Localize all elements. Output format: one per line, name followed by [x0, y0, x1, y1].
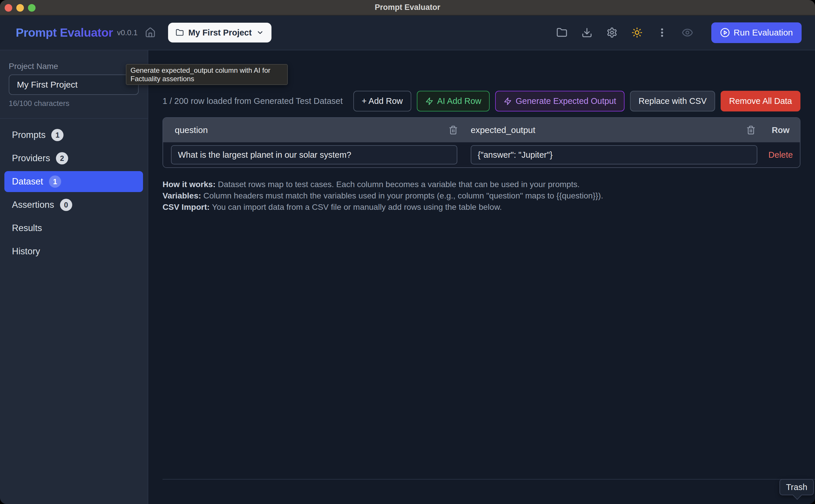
- add-row-button[interactable]: + Add Row: [353, 91, 411, 111]
- app-window: Prompt Evaluator Prompt Evaluator v0.0.1…: [0, 0, 815, 504]
- kebab-menu-icon: [657, 27, 668, 38]
- ai-add-row-label: AI Add Row: [437, 96, 481, 106]
- trash-tooltip-text: Trash: [786, 482, 807, 492]
- question-cell: [163, 145, 464, 164]
- toolbar-buttons: + Add Row AI Add Row Generate Expected O…: [353, 91, 800, 111]
- titlebar: Prompt Evaluator: [0, 0, 815, 15]
- sun-icon: [632, 27, 643, 38]
- info-text: Column headers must match the variables …: [203, 191, 603, 200]
- trash-icon: [746, 125, 756, 135]
- trash-icon: [449, 125, 458, 135]
- column-title: expected_output: [471, 125, 535, 135]
- project-selector-label: My First Project: [188, 28, 252, 38]
- maximize-button[interactable]: [28, 4, 36, 12]
- sidebar-item-dataset[interactable]: Dataset 1: [4, 171, 143, 192]
- import-button[interactable]: [581, 27, 592, 38]
- info-line-csv-import: CSV Import:You can import data from a CS…: [162, 201, 800, 213]
- sidebar-item-results[interactable]: Results: [4, 218, 143, 239]
- generate-tooltip-text: Generate expected_output column with AI …: [130, 66, 270, 83]
- count-badge: 1: [49, 175, 61, 188]
- sidebar-nav: Prompts 1 Providers 2 Dataset 1 Assertio…: [0, 119, 148, 262]
- run-evaluation-button[interactable]: Run Evaluation: [711, 22, 802, 43]
- window-title: Prompt Evaluator: [375, 3, 440, 12]
- more-options-button[interactable]: [657, 27, 668, 38]
- add-row-label: + Add Row: [362, 96, 403, 106]
- generate-tooltip: Generate expected_output column with AI …: [126, 64, 288, 85]
- open-folder-button[interactable]: [556, 27, 567, 38]
- ai-add-row-button[interactable]: AI Add Row: [417, 91, 490, 111]
- row-actions-cell: Delete: [761, 150, 800, 160]
- visibility-toggle-button[interactable]: [682, 27, 693, 38]
- app-header: Prompt Evaluator v0.0.1 My First Project: [0, 15, 815, 50]
- delete-question-column-button[interactable]: [449, 125, 458, 135]
- minimize-button[interactable]: [16, 4, 24, 12]
- sidebar-item-history[interactable]: History: [4, 241, 143, 262]
- folder-icon: [175, 29, 184, 37]
- theme-toggle-button[interactable]: [632, 27, 643, 38]
- column-title: question: [175, 125, 208, 135]
- sidebar-item-label: History: [12, 246, 40, 257]
- expected-output-cell: [464, 145, 761, 164]
- remove-all-data-button[interactable]: Remove All Data: [721, 91, 800, 111]
- sidebar: Project Name 16/100 characters Prompts 1…: [0, 50, 148, 504]
- run-evaluation-label: Run Evaluation: [734, 28, 793, 38]
- info-label: How it works:: [162, 180, 216, 189]
- project-name-input[interactable]: [9, 74, 139, 95]
- dataset-table: question expected_output Row: [162, 117, 800, 168]
- generate-expected-output-label: Generate Expected Output: [515, 96, 616, 106]
- project-selector-button[interactable]: My First Project: [168, 23, 272, 42]
- folder-icon: [556, 27, 567, 38]
- info-line-how-it-works: How it works:Dataset rows map to test ca…: [162, 179, 800, 190]
- info-text: Dataset rows map to test cases. Each col…: [218, 180, 580, 189]
- char-count: 16/100 characters: [9, 99, 139, 108]
- info-label: CSV Import:: [162, 203, 210, 212]
- project-name-section: Project Name 16/100 characters: [0, 50, 148, 108]
- app-body: Project Name 16/100 characters Prompts 1…: [0, 50, 815, 504]
- info-section: How it works:Dataset rows map to test ca…: [162, 179, 800, 213]
- info-text: You can import data from a CSV file or m…: [212, 203, 502, 212]
- zap-icon: [504, 97, 512, 105]
- delete-row-button[interactable]: Delete: [768, 150, 793, 160]
- home-icon: [145, 27, 156, 38]
- count-badge: 1: [51, 129, 63, 141]
- info-label: Variables:: [162, 191, 201, 200]
- delete-expected-output-column-button[interactable]: [746, 125, 756, 135]
- sidebar-item-providers[interactable]: Providers 2: [4, 148, 143, 169]
- app-version: v0.0.1: [117, 28, 138, 37]
- info-line-variables: Variables:Column headers must match the …: [162, 190, 800, 201]
- generate-expected-output-button[interactable]: Generate Expected Output: [495, 91, 625, 111]
- app-logo: Prompt Evaluator: [16, 26, 113, 40]
- column-header-question: question: [163, 125, 464, 135]
- sidebar-item-prompts[interactable]: Prompts 1: [4, 125, 143, 145]
- traffic-lights: [5, 0, 36, 15]
- import-icon: [581, 27, 592, 38]
- circle-play-icon: [720, 28, 730, 38]
- row-column-title: Row: [772, 125, 789, 135]
- project-name-label: Project Name: [9, 62, 139, 71]
- home-button[interactable]: [145, 27, 156, 38]
- row-column-header: Row: [761, 125, 800, 135]
- sidebar-item-label: Assertions: [12, 200, 54, 210]
- settings-button[interactable]: [606, 27, 618, 38]
- sidebar-item-label: Prompts: [12, 130, 45, 140]
- zap-icon: [425, 97, 433, 105]
- sidebar-item-label: Dataset: [12, 176, 43, 187]
- column-header-expected-output: expected_output: [464, 125, 761, 135]
- dataset-status-text: 1 / 200 row loaded from Generated Test D…: [162, 96, 343, 106]
- main-content: 1 / 200 row loaded from Generated Test D…: [148, 50, 815, 504]
- table-header: question expected_output Row: [163, 118, 800, 142]
- expected-output-input[interactable]: [471, 145, 757, 164]
- remove-all-data-label: Remove All Data: [729, 96, 792, 106]
- replace-with-csv-label: Replace with CSV: [639, 96, 707, 106]
- question-input[interactable]: [171, 145, 457, 164]
- eye-icon: [682, 27, 693, 38]
- sidebar-item-label: Results: [12, 223, 42, 233]
- footer-divider: [162, 479, 815, 480]
- gear-icon: [606, 27, 618, 38]
- close-button[interactable]: [5, 4, 12, 12]
- chevron-down-icon: [256, 29, 264, 36]
- header-actions: Run Evaluation: [556, 22, 802, 43]
- sidebar-item-assertions[interactable]: Assertions 0: [4, 194, 143, 215]
- replace-with-csv-button[interactable]: Replace with CSV: [630, 91, 715, 111]
- count-badge: 2: [56, 152, 68, 164]
